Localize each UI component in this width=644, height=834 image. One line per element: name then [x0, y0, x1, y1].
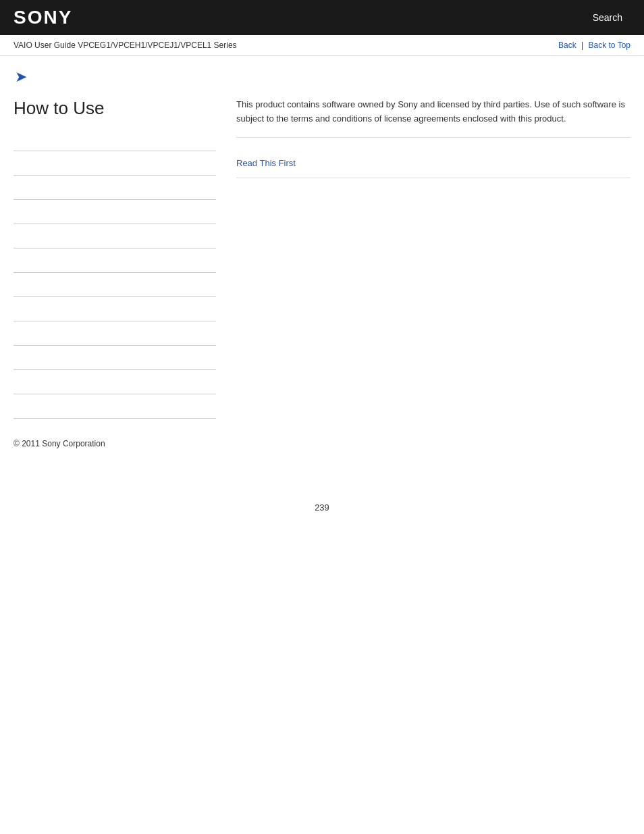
page-number: 239 — [0, 502, 644, 526]
list-item[interactable] — [14, 321, 216, 346]
read-this-first-link[interactable]: Read This First — [236, 158, 296, 168]
list-item[interactable] — [14, 346, 216, 370]
list-item[interactable] — [14, 249, 216, 273]
search-button[interactable]: Search — [585, 8, 630, 27]
chevron-right-icon: ➤ — [15, 70, 630, 84]
copyright-text: © 2011 Sony Corporation — [14, 439, 216, 448]
list-item[interactable] — [14, 224, 216, 249]
list-item[interactable] — [14, 297, 216, 321]
list-item[interactable] — [14, 151, 216, 176]
nav-links: Back | Back to Top — [558, 41, 630, 50]
right-content: This product contains software owned by … — [236, 98, 630, 448]
list-item[interactable] — [14, 200, 216, 224]
list-item[interactable] — [14, 370, 216, 394]
content-layout: How to Use © 2011 Sony Corporation This … — [14, 98, 630, 448]
back-to-top-link[interactable]: Back to Top — [589, 41, 630, 50]
sony-logo: SONY — [14, 7, 72, 28]
list-item[interactable] — [14, 176, 216, 200]
list-item[interactable] — [14, 273, 216, 297]
main-content: ➤ How to Use © 2011 Sony Corporation Thi… — [0, 56, 644, 462]
left-sidebar: How to Use © 2011 Sony Corporation — [14, 98, 216, 448]
header: SONY Search — [0, 0, 644, 35]
intro-paragraph: This product contains software owned by … — [236, 98, 630, 138]
nav-bar: VAIO User Guide VPCEG1/VPCEH1/VPCEJ1/VPC… — [0, 35, 644, 56]
sidebar-title: How to Use — [14, 98, 216, 119]
back-link[interactable]: Back — [558, 41, 576, 50]
breadcrumb: VAIO User Guide VPCEG1/VPCEH1/VPCEJ1/VPC… — [14, 41, 237, 50]
link-section: Read This First — [236, 151, 630, 178]
nav-divider: | — [581, 41, 583, 50]
list-item[interactable] — [14, 394, 216, 419]
list-item[interactable] — [14, 127, 216, 151]
